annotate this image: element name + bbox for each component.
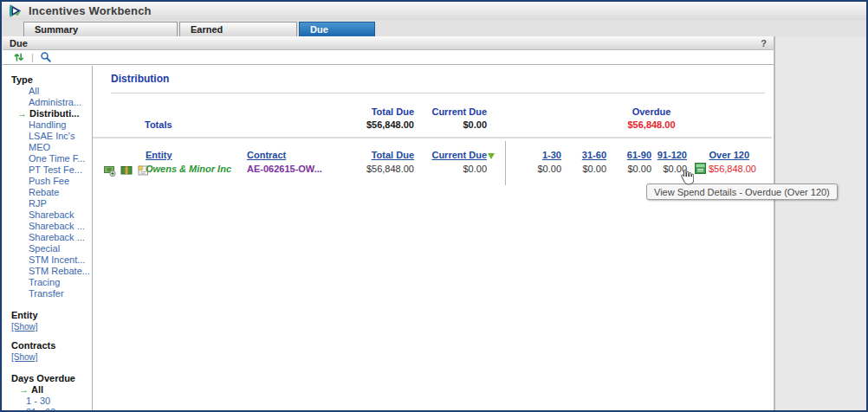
sidebar-item-days-1-30[interactable]: 1 - 30 [3, 396, 92, 407]
sidebar-item-stm-incent[interactable]: STM Incent... [3, 254, 92, 266]
money-icon[interactable] [120, 164, 133, 177]
tab-summary[interactable]: Summary [23, 22, 178, 36]
sidebar-item-special[interactable]: Special [3, 243, 92, 254]
contract-column-header[interactable]: Contract [247, 150, 325, 160]
sidebar-item-days-all[interactable]: →All [3, 384, 92, 396]
sidebar-item-stm-rebate[interactable]: STM Rebate... [3, 266, 92, 277]
sidebar-item-pt-test[interactable]: PT Test Fe... [3, 164, 92, 176]
row-aging-31-60-value: $0.00 [563, 164, 606, 174]
type-section-header: Type [3, 74, 92, 86]
sidebar-item-tracing[interactable]: Tracing [3, 277, 92, 288]
view-spend-details-icon[interactable] [695, 163, 706, 174]
row-aging-1-30-value: $0.00 [518, 164, 561, 174]
totals-row-label: Totals [145, 119, 197, 130]
tab-due[interactable]: Due [299, 22, 375, 36]
search-icon[interactable] [40, 51, 52, 63]
entity-show-link[interactable]: [Show] [3, 321, 92, 332]
sidebar-item-push-fee[interactable]: Push Fee [3, 176, 92, 187]
sidebar-item-shareback[interactable]: Shareback [3, 209, 92, 221]
refresh-icon[interactable] [13, 51, 25, 63]
sidebar-item-handling[interactable]: Handling [3, 119, 92, 131]
row-action-icons [104, 164, 149, 177]
sidebar-item-lsae[interactable]: LSAE Inc's [3, 131, 92, 142]
row-current-due-value: $0.00 [420, 164, 487, 174]
totals-total-due-label: Total Due [335, 106, 414, 117]
tooltip: View Spend Details - Overdue (Over 120) [646, 183, 838, 200]
sidebar-item-one-time[interactable]: One Time F... [3, 153, 92, 164]
contracts-show-link[interactable]: [Show] [3, 351, 92, 363]
contract-value[interactable]: AE-062615-OW... [247, 164, 322, 174]
totals-total-due-value: $56,848.00 [335, 119, 414, 130]
filter-sidebar: Type All Administra... →Distributi... Ha… [3, 66, 93, 410]
toolbar: | [3, 50, 774, 65]
sidebar-item-meo[interactable]: MEO [3, 142, 92, 153]
add-money-icon[interactable] [104, 164, 116, 177]
row-total-due-value: $56,848.00 [335, 164, 414, 174]
sidebar-item-rebate[interactable]: Rebate [3, 187, 92, 198]
total-due-column-header[interactable]: Total Due [335, 150, 414, 160]
totals-overdue-label: Overdue [578, 106, 725, 117]
panel-header: Due ? [3, 36, 774, 50]
row-over-120-value: $56,848.00 [709, 164, 756, 174]
selected-arrow-icon: → [19, 384, 29, 395]
sidebar-item-distribution[interactable]: →Distributi... [3, 108, 92, 119]
panel-title: Due [10, 38, 28, 48]
sort-descending-icon[interactable] [488, 153, 495, 159]
selected-arrow-icon: → [17, 108, 27, 119]
days-overdue-section-header: Days Overdue [3, 373, 92, 384]
contracts-section-header: Contracts [3, 340, 92, 351]
app-logo-icon [8, 3, 23, 18]
aging-over-120-header[interactable]: Over 120 [670, 150, 749, 160]
totals-overdue-value: $56,848.00 [578, 119, 725, 130]
due-panel: Due ? | Type All Administra... [3, 36, 775, 410]
sidebar-item-shareback3[interactable]: Shareback ... [3, 232, 92, 243]
sidebar-item-administra[interactable]: Administra... [3, 97, 92, 108]
toolbar-separator: | [31, 52, 34, 62]
divider [111, 93, 765, 93]
entity-value[interactable]: Owens & Minor Inc [146, 164, 231, 174]
app-title: Incentives Workbench [29, 4, 152, 17]
sidebar-item-all[interactable]: All [3, 86, 92, 97]
column-group-divider [505, 141, 506, 185]
entity-column-header[interactable]: Entity [146, 150, 223, 160]
tab-strip: Summary Earned Due [2, 20, 866, 36]
current-due-column-header[interactable]: Current Due [431, 150, 487, 160]
sidebar-item-shareback2[interactable]: Shareback ... [3, 221, 92, 232]
aging-1-30-header[interactable]: 1-30 [518, 150, 561, 160]
section-title: Distribution [111, 73, 169, 85]
sidebar-item-days-31-60[interactable]: 31 - 60 [3, 407, 92, 410]
totals-current-due-label: Current Due [420, 106, 487, 117]
tab-earned[interactable]: Earned [179, 22, 297, 36]
sidebar-item-rjp[interactable]: RJP [3, 198, 92, 209]
divider [93, 137, 772, 138]
aging-31-60-header[interactable]: 31-60 [563, 150, 606, 160]
app-window: Incentives Workbench Summary Earned Due … [0, 0, 868, 412]
totals-current-due-value: $0.00 [420, 119, 487, 130]
distribution-pane: Distribution Total Due Current Due Overd… [93, 66, 772, 410]
help-icon[interactable]: ? [761, 38, 767, 48]
entity-section-header: Entity [3, 310, 92, 321]
title-bar: Incentives Workbench [2, 2, 866, 20]
sidebar-item-transfer[interactable]: Transfer [3, 288, 92, 299]
